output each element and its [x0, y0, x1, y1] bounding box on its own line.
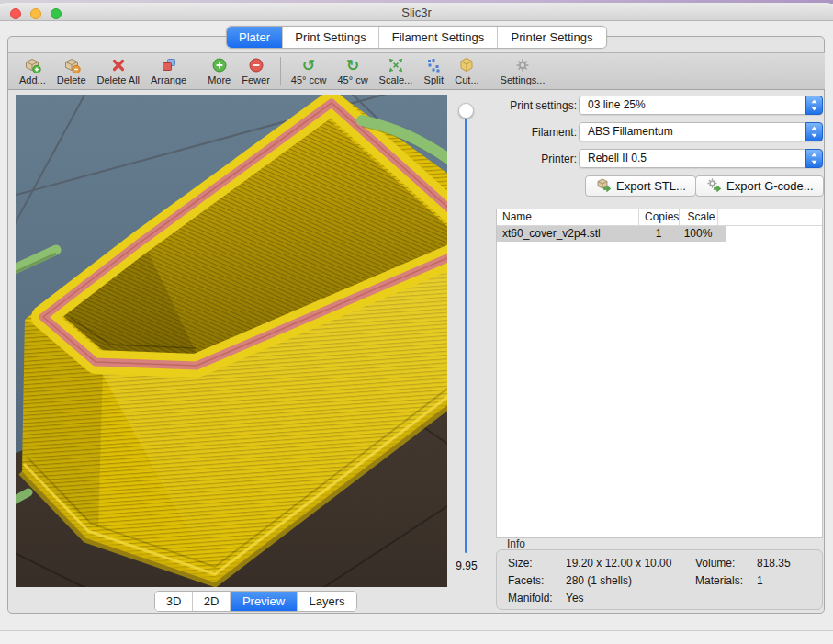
- rotate-cw-label: 45° cw: [337, 74, 367, 86]
- view-tab-preview[interactable]: Preview: [230, 592, 297, 611]
- cell-scale: 100%: [679, 226, 717, 242]
- cut-button[interactable]: Cut...: [449, 53, 484, 86]
- settings-gear-icon: [512, 56, 533, 74]
- export-stl-icon: [595, 176, 612, 196]
- split-label: Split: [424, 74, 444, 86]
- rotate-ccw-button[interactable]: ↺ 45° ccw: [286, 53, 332, 86]
- toolbar-separator: [280, 57, 281, 85]
- fewer-icon: [246, 56, 266, 74]
- popup-stepper-icon: [805, 96, 823, 115]
- settings-button[interactable]: Settings...: [495, 53, 551, 86]
- delete-box-icon: [62, 56, 82, 74]
- delete-all-label: Delete All: [97, 74, 140, 86]
- slic3r-window: Slic3r Plater Print Settings Filament Se…: [0, 0, 833, 644]
- tab-filament-settings[interactable]: Filament Settings: [378, 27, 497, 48]
- info-group-title: Info: [507, 537, 525, 550]
- manifold-label: Manifold:: [508, 592, 553, 604]
- fewer-button[interactable]: Fewer: [236, 53, 276, 86]
- scale-icon: [386, 56, 406, 74]
- more-icon: [209, 56, 230, 74]
- tab-printer-settings[interactable]: Printer Settings: [497, 27, 606, 48]
- cut-icon: [456, 56, 477, 74]
- volume-value: 818.35: [757, 557, 791, 570]
- view-mode-tabs: 3D 2D Preview Layers: [154, 591, 357, 612]
- rotate-cw-button[interactable]: ↻ 45° cw: [332, 53, 373, 86]
- split-icon: [423, 56, 444, 74]
- layer-slider-track[interactable]: [465, 116, 467, 553]
- size-value: 19.20 x 12.00 x 10.00: [566, 557, 671, 570]
- printer-label: Printer:: [494, 153, 577, 165]
- toolbar-separator: [197, 57, 197, 85]
- delete-label: Delete: [57, 74, 86, 86]
- export-stl-label: Export STL...: [616, 179, 686, 193]
- settings-label: Settings...: [501, 74, 546, 86]
- object-list-table[interactable]: Name Copies Scale xt60_cover_v2p4.stl 1 …: [496, 209, 823, 538]
- export-gcode-icon: [705, 176, 722, 196]
- rotate-ccw-label: 45° ccw: [291, 74, 327, 86]
- add-button[interactable]: Add...: [14, 53, 51, 86]
- info-box: Size: 19.20 x 12.00 x 10.00 Volume: 818.…: [496, 549, 823, 610]
- print-settings-label: Print settings:: [494, 99, 577, 112]
- column-header-scale[interactable]: Scale: [679, 209, 717, 225]
- view-tab-layers[interactable]: Layers: [297, 592, 356, 611]
- layer-slider-value: 9.95: [448, 559, 485, 572]
- rotate-cw-icon: ↻: [343, 56, 363, 74]
- facets-label: Facets:: [508, 574, 544, 587]
- more-label: More: [208, 74, 231, 86]
- print-settings-select[interactable]: 03 line 25%: [579, 96, 823, 115]
- facets-value: 280 (1 shells): [566, 574, 632, 587]
- status-bar: [0, 630, 833, 644]
- delete-button[interactable]: Delete: [51, 53, 92, 86]
- toolbar-separator: [490, 57, 490, 85]
- delete-all-button[interactable]: Delete All: [92, 53, 145, 86]
- filament-value: ABS Fillamentum: [588, 125, 673, 138]
- export-stl-button[interactable]: Export STL...: [585, 175, 696, 197]
- printer-value: Rebell II 0.5: [588, 152, 647, 164]
- scale-button[interactable]: Scale...: [374, 53, 419, 86]
- manifold-value: Yes: [566, 592, 584, 604]
- arrange-button[interactable]: Arrange: [145, 53, 192, 86]
- view-tab-3d[interactable]: 3D: [155, 592, 192, 611]
- popup-stepper-icon: [805, 149, 823, 168]
- printer-select[interactable]: Rebell II 0.5: [579, 149, 823, 168]
- window-title: Slic3r: [0, 6, 833, 19]
- toolbar: Add... Delete Delete All Arrange More: [8, 52, 825, 90]
- tab-plater[interactable]: Plater: [227, 27, 282, 48]
- titlebar[interactable]: Slic3r: [0, 3, 833, 21]
- column-header-copies[interactable]: Copies: [638, 209, 679, 225]
- main-tab-bar: Plater Print Settings Filament Settings …: [226, 26, 607, 49]
- view-tab-2d[interactable]: 2D: [192, 592, 230, 611]
- print-settings-value: 03 line 25%: [588, 98, 646, 111]
- arrange-label: Arrange: [151, 74, 186, 86]
- size-label: Size:: [508, 557, 533, 570]
- cut-label: Cut...: [455, 74, 478, 86]
- arrange-icon: [159, 56, 179, 74]
- add-box-icon: [22, 56, 42, 74]
- fewer-label: Fewer: [242, 74, 270, 86]
- cell-name: xt60_cover_v2p4.stl: [497, 226, 638, 242]
- column-header-name[interactable]: Name: [497, 209, 638, 225]
- add-label: Add...: [19, 74, 46, 86]
- filament-label: Filament:: [494, 126, 577, 139]
- viewport-3d-scene[interactable]: [16, 95, 447, 587]
- filament-select[interactable]: ABS Fillamentum: [579, 122, 823, 141]
- materials-label: Materials:: [695, 574, 743, 587]
- export-gcode-button[interactable]: Export G-code...: [695, 175, 824, 197]
- scale-label: Scale...: [379, 74, 413, 86]
- delete-all-icon: [108, 56, 129, 74]
- table-row[interactable]: xt60_cover_v2p4.stl 1 100%: [497, 226, 726, 242]
- more-button[interactable]: More: [202, 53, 236, 86]
- volume-label: Volume:: [695, 557, 735, 570]
- table-header: Name Copies Scale: [497, 209, 822, 226]
- export-gcode-label: Export G-code...: [726, 179, 814, 193]
- rotate-ccw-icon: ↺: [298, 56, 319, 74]
- cell-copies: 1: [638, 226, 679, 242]
- popup-stepper-icon: [805, 122, 823, 141]
- tab-print-settings[interactable]: Print Settings: [282, 27, 378, 48]
- split-button[interactable]: Split: [418, 53, 449, 86]
- column-header-empty: [717, 209, 822, 225]
- layer-slider-knob[interactable]: [458, 103, 474, 119]
- materials-value: 1: [757, 574, 763, 587]
